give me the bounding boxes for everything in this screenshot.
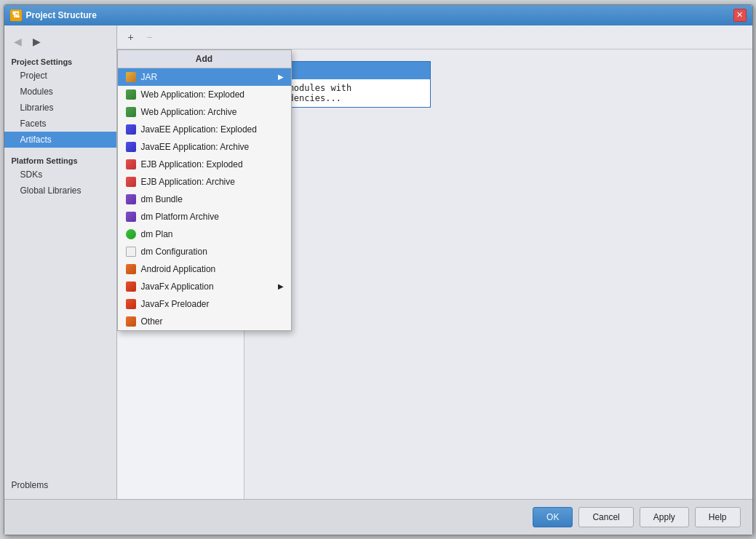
apply-button[interactable]: Apply: [640, 507, 689, 527]
dm-bundle-icon: [125, 193, 137, 205]
close-button[interactable]: ✕: [733, 9, 747, 22]
window-body: ◀ ▶ Project Settings Project Modules Lib…: [4, 25, 752, 499]
sidebar-item-libraries[interactable]: Libraries: [4, 100, 116, 116]
main-toolbar: + −: [117, 25, 752, 49]
title-bar: 🏗 Project Structure ✕: [4, 5, 752, 25]
dropdown-item-dm-platform[interactable]: dm Platform Archive: [118, 208, 291, 225]
dropdown-item-javaee-archive[interactable]: JavaEE Application: Archive: [118, 138, 291, 156]
dropdown-item-android[interactable]: Android Application: [118, 260, 291, 278]
other-icon: [125, 316, 137, 327]
dropdown-header: Add: [118, 50, 291, 68]
javaee-archive-icon: [125, 141, 137, 153]
add-dropdown: Add JAR ▶ Web Application: Exploded: [117, 49, 292, 331]
project-structure-dialog: 🏗 Project Structure ✕ ◀ ▶ Project Settin…: [4, 4, 753, 535]
dropdown-item-javafx-preloader[interactable]: JavaFx Preloader: [118, 295, 291, 313]
web-archive-icon: [125, 106, 137, 118]
project-settings-label: Project Settings: [4, 55, 116, 68]
sidebar-item-modules[interactable]: Modules: [4, 84, 116, 100]
content-area: Add JAR ▶ Web Application: Exploded: [117, 49, 752, 499]
dm-platform-icon: [125, 211, 137, 223]
platform-settings-label: Platform Settings: [4, 153, 116, 167]
ejb-archive-icon: [125, 176, 137, 188]
dropdown-item-javaee-exploded[interactable]: JavaEE Application: Exploded: [118, 121, 291, 138]
dropdown-item-ejb-exploded[interactable]: EJB Application: Exploded: [118, 156, 291, 173]
android-icon: [125, 263, 137, 275]
back-button[interactable]: ◀: [10, 34, 26, 49]
javafx-preloader-icon: [125, 298, 137, 310]
dropdown-item-web-exploded[interactable]: Web Application: Exploded: [118, 86, 291, 103]
ok-button[interactable]: OK: [533, 507, 573, 527]
forward-button[interactable]: ▶: [29, 34, 45, 49]
dropdown-item-dm-bundle[interactable]: dm Bundle: [118, 191, 291, 208]
remove-button[interactable]: −: [142, 30, 158, 44]
javafx-arrow: ▶: [278, 282, 284, 290]
dropdown-item-other[interactable]: Other: [118, 313, 291, 330]
sidebar-item-facets[interactable]: Facets: [4, 116, 116, 132]
nav-toolbar: ◀ ▶: [4, 31, 116, 52]
dropdown-item-web-archive[interactable]: Web Application: Archive: [118, 103, 291, 121]
dropdown-item-dm-configuration[interactable]: dm Configuration: [118, 243, 291, 260]
add-button[interactable]: +: [123, 30, 139, 44]
main-content: + − Add JAR ▶: [117, 25, 752, 499]
javaee-exploded-icon: [125, 124, 137, 135]
bottom-bar: OK Cancel Apply Help: [4, 499, 752, 535]
javafx-icon: [125, 281, 137, 292]
jar-arrow: ▶: [278, 73, 284, 81]
cancel-button[interactable]: Cancel: [578, 507, 633, 527]
sidebar-item-sdks[interactable]: SDKs: [4, 167, 116, 183]
right-panel: Empty From modules with dependencies...: [244, 49, 752, 499]
sidebar-item-problems[interactable]: Problems: [4, 477, 116, 493]
dropdown-item-dm-plan[interactable]: dm Plan: [118, 225, 291, 243]
left-panel: Add JAR ▶ Web Application: Exploded: [117, 49, 244, 499]
window-title: Project Structure: [26, 10, 733, 20]
sidebar: ◀ ▶ Project Settings Project Modules Lib…: [4, 25, 117, 499]
jar-icon: [125, 71, 137, 83]
web-exploded-icon: [125, 89, 137, 100]
dropdown-item-jar[interactable]: JAR ▶: [118, 68, 291, 86]
ejb-exploded-icon: [125, 159, 137, 170]
sidebar-item-project[interactable]: Project: [4, 68, 116, 84]
dropdown-item-javafx[interactable]: JavaFx Application ▶: [118, 278, 291, 295]
sidebar-item-artifacts[interactable]: Artifacts: [4, 132, 116, 148]
help-button[interactable]: Help: [695, 507, 741, 527]
dm-plan-icon: [125, 228, 137, 240]
dm-config-icon: [125, 246, 137, 257]
sidebar-item-global-libraries[interactable]: Global Libraries: [4, 183, 116, 199]
window-icon: 🏗: [10, 9, 22, 21]
dropdown-item-ejb-archive[interactable]: EJB Application: Archive: [118, 173, 291, 191]
